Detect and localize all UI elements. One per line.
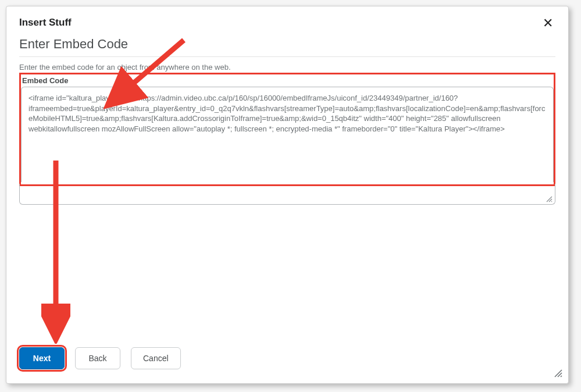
textarea-bottom-extension — [19, 184, 555, 205]
dialog-header: Insert Stuff ✕ — [19, 17, 555, 30]
dialog-subtitle: Enter Embed Code — [19, 37, 555, 52]
resize-grip-icon[interactable] — [546, 195, 553, 202]
embed-code-textarea[interactable] — [21, 87, 554, 182]
next-button[interactable]: Next — [19, 347, 65, 369]
close-button[interactable]: ✕ — [540, 17, 555, 30]
embed-field-highlight: Embed Code — [19, 73, 555, 186]
help-text: Enter the embed code for an object from … — [19, 63, 555, 72]
insert-stuff-dialog: Insert Stuff ✕ Enter Embed Code Enter th… — [6, 6, 569, 384]
close-icon: ✕ — [543, 16, 553, 30]
svg-line-2 — [551, 201, 552, 202]
divider — [19, 56, 555, 57]
cancel-button[interactable]: Cancel — [131, 347, 181, 369]
dialog-resize-grip-icon[interactable] — [553, 368, 562, 377]
back-button[interactable]: Back — [75, 347, 120, 369]
dialog-title: Insert Stuff — [19, 17, 72, 28]
button-row: Next Back Cancel — [19, 347, 181, 369]
svg-line-0 — [547, 197, 552, 202]
embed-code-label: Embed Code — [21, 74, 554, 87]
svg-line-5 — [561, 376, 562, 377]
textarea-container — [21, 87, 554, 184]
